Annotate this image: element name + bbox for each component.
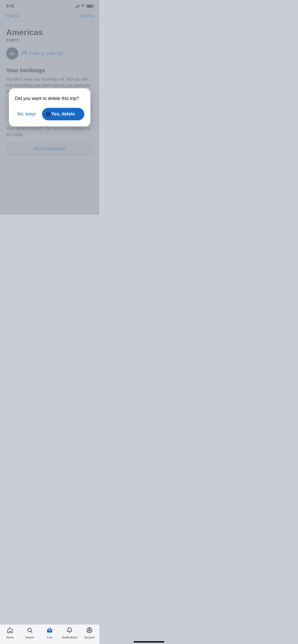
dialog-message: Did you want to delete this trip?	[15, 95, 84, 102]
dialog-actions: No, keep Yes, delete	[15, 108, 84, 120]
no-keep-button[interactable]: No, keep	[15, 109, 38, 119]
page: 9:41 Back Me	[0, 0, 99, 215]
dialog-overlay: Did you want to delete this trip? No, ke…	[0, 0, 99, 215]
delete-trip-dialog: Did you want to delete this trip? No, ke…	[9, 88, 90, 126]
yes-delete-button[interactable]: Yes, delete	[42, 108, 84, 120]
